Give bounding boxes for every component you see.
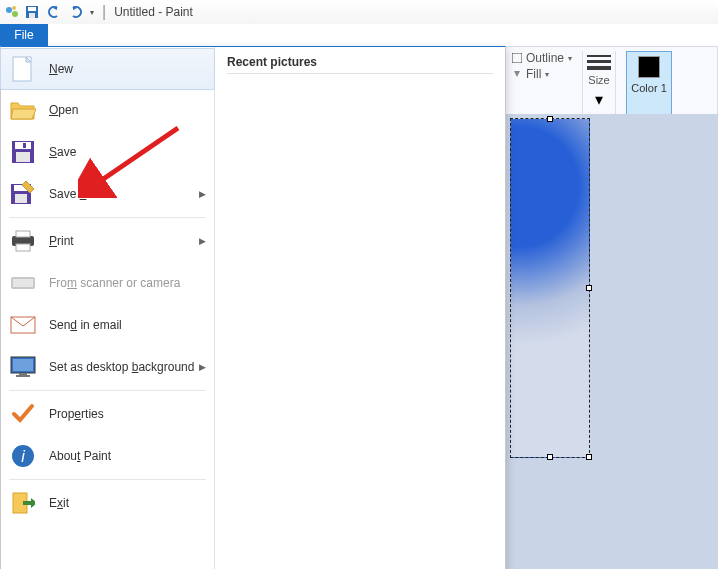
svg-rect-10 <box>16 152 30 162</box>
menu-open[interactable]: Open <box>1 89 214 131</box>
menu-email[interactable]: Send in email <box>1 304 214 346</box>
svg-rect-19 <box>13 279 33 287</box>
save-disk-icon <box>9 138 37 166</box>
save-icon[interactable] <box>24 4 40 20</box>
menu-wallpaper[interactable]: Set as desktop background ▶ <box>1 346 214 388</box>
menu-properties[interactable]: Properties <box>1 393 214 435</box>
menu-label: Open <box>49 103 78 117</box>
save-as-icon <box>9 180 37 208</box>
svg-rect-23 <box>19 373 27 375</box>
menu-separator <box>9 479 206 480</box>
menu-new[interactable]: New <box>0 48 215 90</box>
chevron-down-icon: ▾ <box>595 90 603 109</box>
menu-save-as[interactable]: Save as ▶ <box>1 173 214 215</box>
menu-label: Save <box>49 145 76 159</box>
undo-icon[interactable] <box>46 4 62 20</box>
app-icon <box>4 4 20 20</box>
svg-rect-24 <box>16 375 30 377</box>
menu-label: Print <box>49 234 74 248</box>
scanner-icon <box>9 269 37 297</box>
color-swatch <box>638 56 660 78</box>
submenu-arrow-icon: ▶ <box>199 189 206 199</box>
file-tab[interactable]: File <box>0 24 48 46</box>
fill-button[interactable]: Fill▾ <box>512 67 549 81</box>
svg-rect-22 <box>13 359 33 371</box>
svg-rect-14 <box>15 194 27 203</box>
menu-label: Exit <box>49 496 69 510</box>
desktop-icon <box>9 353 37 381</box>
svg-text:i: i <box>21 448 25 465</box>
svg-rect-4 <box>28 7 36 11</box>
resize-handle[interactable] <box>586 454 592 460</box>
menu-exit[interactable]: Exit <box>1 482 214 524</box>
svg-rect-11 <box>23 143 26 148</box>
svg-point-1 <box>12 6 16 10</box>
menu-scanner: From scanner or camera <box>1 262 214 304</box>
new-file-icon <box>9 55 37 83</box>
svg-rect-17 <box>16 244 30 251</box>
resize-handle[interactable] <box>547 116 553 122</box>
resize-handle[interactable] <box>586 285 592 291</box>
svg-rect-5 <box>29 13 35 18</box>
separator: | <box>102 3 106 21</box>
info-icon: i <box>9 442 37 470</box>
svg-point-2 <box>12 11 18 17</box>
printer-icon <box>9 227 37 255</box>
menu-separator <box>9 217 206 218</box>
qat-dropdown-icon[interactable]: ▾ <box>90 8 94 17</box>
submenu-arrow-icon: ▶ <box>199 362 206 372</box>
menu-label: Send in email <box>49 318 122 332</box>
canvas-image[interactable] <box>510 118 590 458</box>
menu-about[interactable]: i About Paint <box>1 435 214 477</box>
menu-label: About Paint <box>49 449 111 463</box>
menu-print[interactable]: Print ▶ <box>1 220 214 262</box>
resize-handle[interactable] <box>547 454 553 460</box>
redo-icon[interactable] <box>68 4 84 20</box>
menu-save[interactable]: Save <box>1 131 214 173</box>
menu-separator <box>9 390 206 391</box>
recent-pictures-header: Recent pictures <box>227 55 493 74</box>
submenu-arrow-icon: ▶ <box>199 236 206 246</box>
svg-point-0 <box>6 7 12 13</box>
open-folder-icon <box>9 96 37 124</box>
menu-label: Save as <box>49 187 92 201</box>
menu-label: From scanner or camera <box>49 276 180 290</box>
menu-label: New <box>49 62 73 76</box>
menu-label: Set as desktop background <box>49 360 194 374</box>
menu-label: Properties <box>49 407 104 421</box>
file-menu: New Open Save Save as ▶ Print ▶ <box>0 46 506 569</box>
email-icon <box>9 311 37 339</box>
exit-icon <box>9 489 37 517</box>
svg-rect-16 <box>16 231 30 237</box>
canvas-workspace[interactable] <box>506 114 718 569</box>
checkmark-icon <box>9 400 37 428</box>
svg-rect-6 <box>512 53 522 63</box>
outline-button[interactable]: Outline▾ <box>512 51 572 65</box>
window-title: Untitled - Paint <box>114 5 193 19</box>
